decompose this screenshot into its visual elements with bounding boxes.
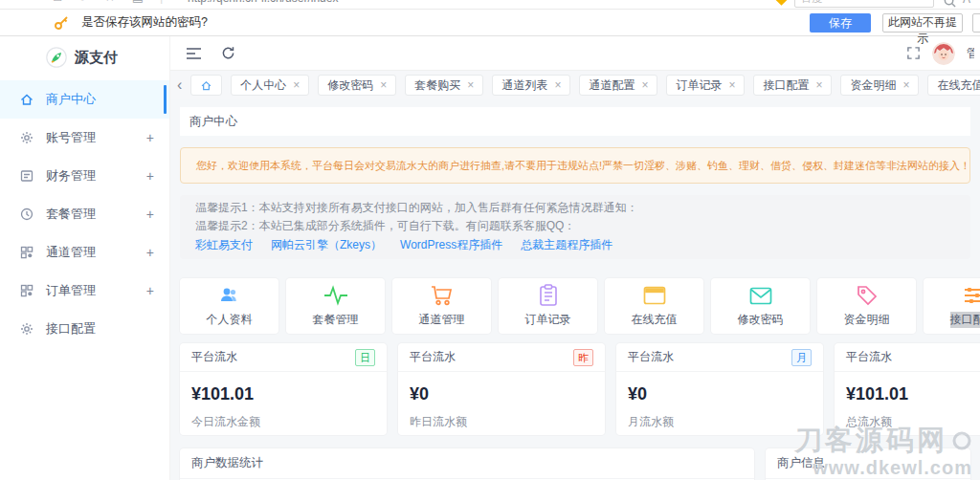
collapse-menu-icon[interactable] (186, 47, 202, 60)
tab-fund-details[interactable]: 资金明细× (840, 75, 919, 96)
close-icon[interactable]: × (467, 79, 474, 91)
sidebar-item-api-config[interactable]: 接口配置 (0, 310, 169, 348)
tab-home[interactable] (190, 75, 222, 96)
tab-channel-config[interactable]: 通道配置× (579, 75, 657, 96)
tabs-back-icon[interactable]: ‹ (177, 77, 182, 93)
stat-card-month: 平台流水 月 ¥0 月流水额 (616, 343, 823, 435)
link-zkeys[interactable]: 网帕云引擎（Zkeys） (271, 236, 382, 254)
stat-value: ¥101.01 (835, 372, 980, 404)
undo-icon[interactable]: ↺ (78, 0, 88, 4)
rocket-logo-icon (46, 47, 67, 68)
close-icon[interactable]: × (641, 79, 648, 91)
username-text: 管 (967, 45, 974, 62)
close-icon[interactable]: × (815, 79, 822, 91)
card-online-recharge[interactable]: 在线充值 (605, 278, 703, 334)
close-bar-button[interactable] (972, 13, 980, 33)
close-icon[interactable]: × (728, 79, 735, 91)
panel-title: 商户数据统计 (180, 448, 754, 479)
tip-line-2: 温馨提示2：本站已集成部分系统插件，可自行下载。有问题联系客服QQ： (195, 217, 955, 235)
card-label: 订单记录 (525, 312, 571, 328)
bookmark-star-icon[interactable]: ☆ (104, 0, 116, 4)
card-change-password[interactable]: 修改密码 (711, 278, 810, 334)
never-prompt-button[interactable]: 此网站不再提示 (882, 13, 963, 33)
text-size-icon[interactable]: A (963, 0, 970, 6)
close-icon[interactable]: × (380, 79, 387, 91)
sidebar-item-label: 订单管理 (46, 282, 96, 299)
gear-icon (19, 130, 34, 145)
forward-icon[interactable]: › (10, 0, 13, 4)
link-wordpress-plugin[interactable]: WordPress程序插件 (400, 236, 502, 254)
save-password-button[interactable]: 保存 (810, 13, 871, 33)
refresh-icon[interactable] (221, 46, 235, 60)
warning-alert: 您好，欢迎使用本系统，平台每日会对交易流水大的商户进行抽查,请不要用于违规站点!… (180, 147, 970, 184)
clipboard-icon (539, 284, 558, 307)
expand-plus: + (146, 283, 154, 298)
avatar[interactable] (932, 42, 955, 65)
sidebar-item-account-management[interactable]: 账号管理 + (0, 119, 169, 157)
tab-label: 通道列表 (501, 77, 547, 94)
home-icon[interactable]: □ (54, 0, 61, 4)
brand: 源支付 (0, 36, 169, 78)
tab-order-records[interactable]: 订单记录× (666, 75, 745, 96)
link-rainbow-epay[interactable]: 彩虹易支付 (195, 236, 253, 254)
card-label: 接口配置 (950, 312, 980, 328)
diamond-icon[interactable] (775, 0, 788, 6)
close-icon[interactable]: × (554, 79, 561, 91)
address-bar[interactable]: http://qehh.cn-fi.ch/user/index (188, 0, 338, 5)
tab-channel-list[interactable]: 通道列表× (492, 75, 570, 96)
tab-label: 套餐购买 (414, 77, 460, 94)
sliders-icon (963, 284, 980, 307)
tab-online-recharge[interactable]: 在线充值× (927, 75, 980, 96)
stat-title: 平台流水 (410, 349, 456, 365)
card-personal-profile[interactable]: 个人资料 (180, 278, 278, 334)
sidebar-item-label: 套餐管理 (46, 206, 96, 223)
home-icon (19, 92, 34, 107)
grid-icon (19, 283, 34, 298)
sidebar-item-package-management[interactable]: 套餐管理 + (0, 195, 169, 233)
bottom-panels: 商户数据统计 商户信息 (180, 448, 970, 480)
gear-icon (19, 321, 34, 337)
browser-search-input[interactable] (794, 0, 934, 8)
tab-package-purchase[interactable]: 套餐购买× (405, 75, 483, 96)
page-icon[interactable]: ▤ (132, 0, 144, 4)
stat-value: ¥0 (398, 372, 605, 404)
sidebar-item-label: 商户中心 (46, 91, 96, 108)
browser-chrome: › ○ □ ↺ ☆ ▤ | http://qehh.cn-fi.ch/user/… (0, 0, 980, 10)
refresh-icon[interactable]: ○ (30, 0, 37, 4)
fullscreen-icon[interactable] (906, 46, 921, 60)
sidebar-item-merchant-center[interactable]: 商户中心 (0, 80, 169, 119)
link-theme-plugin[interactable]: 总裁主题程序插件 (521, 236, 612, 254)
stat-value: ¥0 (616, 372, 823, 404)
card-package-management[interactable]: 套餐管理 (286, 278, 385, 334)
password-save-message: 是否保存该网站的密码? (81, 14, 208, 31)
tab-label: 接口配置 (763, 77, 809, 94)
tab-change-password[interactable]: 修改密码× (318, 75, 396, 96)
close-icon[interactable]: × (293, 79, 300, 91)
tab-bar: ‹ 个人中心× 修改密码× 套餐购买× 通道列表× 通道配置× 订单记录× 接口… (170, 71, 980, 99)
merchant-info-panel: 商户信息 (766, 448, 970, 480)
card-order-records[interactable]: 订单记录 (499, 278, 597, 334)
tip-line-1: 温馨提示1：本站支持对接所有易支付接口的网站，加入售后群有任何紧急情况群通知： (195, 199, 955, 217)
grid-icon (19, 245, 34, 260)
tab-api-config[interactable]: 接口配置× (753, 75, 832, 96)
tips-box: 温馨提示1：本站支持对接所有易支付接口的网站，加入售后群有任何紧急情况群通知： … (180, 195, 970, 259)
sidebar-item-label: 财务管理 (46, 167, 96, 185)
card-fund-details[interactable]: 资金明细 (817, 278, 916, 334)
tab-label: 在线充值 (937, 77, 980, 94)
card-channel-management[interactable]: 通道管理 (392, 278, 491, 334)
expand-plus: + (146, 207, 154, 222)
close-icon[interactable]: × (902, 79, 909, 91)
sidebar-item-channel-management[interactable]: 通道管理 + (0, 233, 169, 272)
card-label: 修改密码 (738, 312, 784, 328)
tag-icon (857, 284, 878, 307)
stat-card-total: 平台流水 ¥101.01 总流水额 (835, 343, 980, 435)
card-label: 在线充值 (632, 312, 678, 328)
day-badge: 日 (355, 349, 375, 366)
sidebar-item-order-management[interactable]: 订单管理 + (0, 272, 169, 310)
sidebar-item-finance-management[interactable]: 财务管理 + (0, 157, 169, 195)
stat-label: 总流水额 (835, 404, 980, 430)
card-label: 个人资料 (207, 312, 253, 328)
card-api-config[interactable]: 接口配置 (924, 278, 980, 334)
tab-personal-center[interactable]: 个人中心× (231, 75, 309, 96)
search-icon[interactable] (944, 0, 956, 10)
